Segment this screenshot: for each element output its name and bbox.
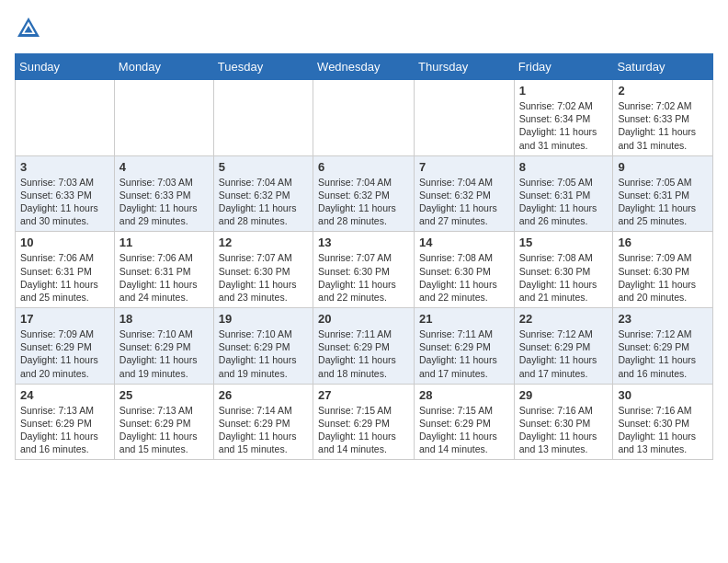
day-number: 8 — [519, 160, 609, 174]
day-number: 20 — [318, 312, 409, 326]
day-number: 21 — [419, 312, 509, 326]
day-info: Sunrise: 7:03 AMSunset: 6:33 PMDaylight:… — [20, 176, 109, 228]
day-info: Sunrise: 7:03 AMSunset: 6:33 PMDaylight:… — [119, 176, 209, 228]
calendar-cell: 15Sunrise: 7:08 AMSunset: 6:30 PMDayligh… — [514, 232, 613, 308]
day-info: Sunrise: 7:08 AMSunset: 6:30 PMDaylight:… — [519, 251, 609, 304]
day-number: 19 — [219, 312, 308, 326]
day-number: 26 — [219, 388, 308, 402]
weekday-header-friday: Friday — [514, 54, 613, 80]
calendar-cell: 22Sunrise: 7:12 AMSunset: 6:29 PMDayligh… — [514, 308, 613, 385]
calendar-cell: 29Sunrise: 7:16 AMSunset: 6:30 PMDayligh… — [514, 384, 613, 460]
calendar-cell: 6Sunrise: 7:04 AMSunset: 6:32 PMDaylight… — [313, 155, 415, 232]
weekday-header-thursday: Thursday — [415, 54, 515, 80]
day-number: 30 — [618, 388, 708, 402]
day-number: 14 — [419, 236, 509, 249]
day-number: 3 — [20, 160, 109, 174]
day-number: 24 — [20, 388, 109, 402]
day-info: Sunrise: 7:11 AMSunset: 6:29 PMDaylight:… — [318, 327, 409, 380]
calendar-cell: 2Sunrise: 7:02 AMSunset: 6:33 PMDaylight… — [613, 80, 713, 156]
calendar-cell: 12Sunrise: 7:07 AMSunset: 6:30 PMDayligh… — [213, 232, 313, 308]
day-info: Sunrise: 7:09 AMSunset: 6:29 PMDaylight:… — [20, 327, 109, 380]
day-number: 23 — [618, 312, 708, 326]
day-number: 15 — [519, 236, 609, 249]
calendar-cell: 10Sunrise: 7:06 AMSunset: 6:31 PMDayligh… — [16, 232, 115, 308]
page-header — [15, 15, 713, 42]
day-info: Sunrise: 7:05 AMSunset: 6:31 PMDaylight:… — [519, 176, 609, 228]
day-info: Sunrise: 7:07 AMSunset: 6:30 PMDaylight:… — [219, 251, 308, 304]
calendar-cell: 7Sunrise: 7:04 AMSunset: 6:32 PMDaylight… — [415, 155, 515, 232]
calendar-cell: 9Sunrise: 7:05 AMSunset: 6:31 PMDaylight… — [613, 155, 713, 232]
weekday-header-sunday: Sunday — [16, 54, 115, 80]
day-info: Sunrise: 7:13 AMSunset: 6:29 PMDaylight:… — [119, 404, 209, 456]
day-number: 1 — [519, 84, 609, 98]
calendar-cell — [313, 80, 415, 156]
day-info: Sunrise: 7:04 AMSunset: 6:32 PMDaylight:… — [318, 176, 409, 228]
calendar-week-row: 10Sunrise: 7:06 AMSunset: 6:31 PMDayligh… — [16, 232, 713, 308]
weekday-header-saturday: Saturday — [613, 54, 713, 80]
calendar-cell: 23Sunrise: 7:12 AMSunset: 6:29 PMDayligh… — [613, 308, 713, 385]
day-number: 28 — [419, 388, 509, 402]
weekday-header-row: SundayMondayTuesdayWednesdayThursdayFrid… — [16, 54, 713, 80]
calendar-cell: 1Sunrise: 7:02 AMSunset: 6:34 PMDaylight… — [514, 80, 613, 156]
logo — [15, 15, 46, 42]
day-info: Sunrise: 7:06 AMSunset: 6:31 PMDaylight:… — [20, 251, 109, 304]
calendar-cell: 25Sunrise: 7:13 AMSunset: 6:29 PMDayligh… — [114, 384, 213, 460]
day-info: Sunrise: 7:10 AMSunset: 6:29 PMDaylight:… — [119, 327, 209, 380]
day-info: Sunrise: 7:15 AMSunset: 6:29 PMDaylight:… — [419, 404, 509, 456]
calendar-cell: 14Sunrise: 7:08 AMSunset: 6:30 PMDayligh… — [415, 232, 515, 308]
calendar-cell: 17Sunrise: 7:09 AMSunset: 6:29 PMDayligh… — [16, 308, 115, 385]
weekday-header-monday: Monday — [114, 54, 213, 80]
calendar-cell: 3Sunrise: 7:03 AMSunset: 6:33 PMDaylight… — [16, 155, 115, 232]
calendar-cell: 30Sunrise: 7:16 AMSunset: 6:30 PMDayligh… — [613, 384, 713, 460]
calendar-cell: 16Sunrise: 7:09 AMSunset: 6:30 PMDayligh… — [613, 232, 713, 308]
calendar-week-row: 3Sunrise: 7:03 AMSunset: 6:33 PMDaylight… — [16, 155, 713, 232]
day-number: 17 — [20, 312, 109, 326]
day-number: 13 — [318, 236, 409, 249]
day-info: Sunrise: 7:15 AMSunset: 6:29 PMDaylight:… — [318, 404, 409, 456]
day-number: 7 — [419, 160, 509, 174]
day-info: Sunrise: 7:08 AMSunset: 6:30 PMDaylight:… — [419, 251, 509, 304]
day-info: Sunrise: 7:11 AMSunset: 6:29 PMDaylight:… — [419, 327, 509, 380]
day-info: Sunrise: 7:04 AMSunset: 6:32 PMDaylight:… — [219, 176, 308, 228]
day-number: 9 — [618, 160, 708, 174]
calendar-cell — [415, 80, 515, 156]
calendar-cell: 18Sunrise: 7:10 AMSunset: 6:29 PMDayligh… — [114, 308, 213, 385]
weekday-header-wednesday: Wednesday — [313, 54, 415, 80]
day-number: 5 — [219, 160, 308, 174]
calendar-table: SundayMondayTuesdayWednesdayThursdayFrid… — [15, 53, 713, 460]
day-info: Sunrise: 7:04 AMSunset: 6:32 PMDaylight:… — [419, 176, 509, 228]
calendar-week-row: 1Sunrise: 7:02 AMSunset: 6:34 PMDaylight… — [16, 80, 713, 156]
day-number: 6 — [318, 160, 409, 174]
logo-icon — [15, 15, 42, 42]
calendar-cell — [114, 80, 213, 156]
calendar-cell: 13Sunrise: 7:07 AMSunset: 6:30 PMDayligh… — [313, 232, 415, 308]
calendar-cell: 4Sunrise: 7:03 AMSunset: 6:33 PMDaylight… — [114, 155, 213, 232]
day-number: 11 — [119, 236, 209, 249]
calendar-cell: 26Sunrise: 7:14 AMSunset: 6:29 PMDayligh… — [213, 384, 313, 460]
weekday-header-tuesday: Tuesday — [213, 54, 313, 80]
day-info: Sunrise: 7:05 AMSunset: 6:31 PMDaylight:… — [618, 176, 708, 228]
day-number: 29 — [519, 388, 609, 402]
calendar-cell: 11Sunrise: 7:06 AMSunset: 6:31 PMDayligh… — [114, 232, 213, 308]
calendar-cell: 5Sunrise: 7:04 AMSunset: 6:32 PMDaylight… — [213, 155, 313, 232]
day-info: Sunrise: 7:07 AMSunset: 6:30 PMDaylight:… — [318, 251, 409, 304]
calendar-cell: 27Sunrise: 7:15 AMSunset: 6:29 PMDayligh… — [313, 384, 415, 460]
day-number: 27 — [318, 388, 409, 402]
day-info: Sunrise: 7:02 AMSunset: 6:33 PMDaylight:… — [618, 99, 708, 152]
day-info: Sunrise: 7:13 AMSunset: 6:29 PMDaylight:… — [20, 404, 109, 456]
day-info: Sunrise: 7:09 AMSunset: 6:30 PMDaylight:… — [618, 251, 708, 304]
calendar-cell: 8Sunrise: 7:05 AMSunset: 6:31 PMDaylight… — [514, 155, 613, 232]
day-info: Sunrise: 7:10 AMSunset: 6:29 PMDaylight:… — [219, 327, 308, 380]
day-number: 22 — [519, 312, 609, 326]
calendar-cell: 21Sunrise: 7:11 AMSunset: 6:29 PMDayligh… — [415, 308, 515, 385]
calendar-cell: 20Sunrise: 7:11 AMSunset: 6:29 PMDayligh… — [313, 308, 415, 385]
calendar-cell: 24Sunrise: 7:13 AMSunset: 6:29 PMDayligh… — [16, 384, 115, 460]
calendar-week-row: 17Sunrise: 7:09 AMSunset: 6:29 PMDayligh… — [16, 308, 713, 385]
calendar-cell — [213, 80, 313, 156]
day-number: 16 — [618, 236, 708, 249]
day-info: Sunrise: 7:14 AMSunset: 6:29 PMDaylight:… — [219, 404, 308, 456]
day-number: 4 — [119, 160, 209, 174]
calendar-week-row: 24Sunrise: 7:13 AMSunset: 6:29 PMDayligh… — [16, 384, 713, 460]
day-info: Sunrise: 7:02 AMSunset: 6:34 PMDaylight:… — [519, 99, 609, 152]
day-number: 18 — [119, 312, 209, 326]
